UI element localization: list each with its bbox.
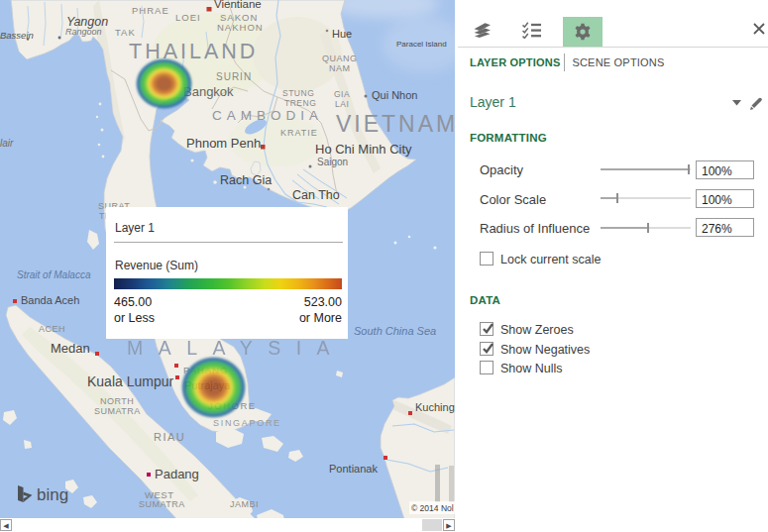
svg-text:lair: lair [0,138,14,149]
svg-text:Rach Gia: Rach Gia [220,173,272,187]
svg-text:Pontianak: Pontianak [329,463,378,475]
svg-text:Padang: Padang [155,467,199,481]
svg-text:Paracel Island: Paracel Island [396,40,447,49]
svg-text:Rangoon: Rangoon [65,27,102,37]
svg-text:SUMATRA: SUMATRA [139,499,185,509]
svg-text:PHRAE: PHRAE [132,5,169,16]
svg-text:South China Sea: South China Sea [354,325,436,337]
svg-text:LAI: LAI [335,99,349,109]
svg-text:CAMBODIA: CAMBODIA [212,108,323,123]
svg-text:Kuala Lumpur: Kuala Lumpur [87,373,174,389]
svg-text:SURIN: SURIN [216,71,252,82]
svg-text:VIETNAM: VIETNAM [336,111,455,137]
svg-text:LOEI: LOEI [175,12,201,23]
svg-text:Vientiane: Vientiane [214,0,262,10]
svg-text:TAK: TAK [115,27,136,38]
svg-text:Can Tho: Can Tho [292,188,340,202]
svg-text:Phnom Penh: Phnom Penh [186,136,261,151]
svg-text:TRENG: TRENG [284,98,316,108]
svg-text:THAILAND: THAILAND [129,40,258,63]
svg-text:QUANG: QUANG [322,53,358,63]
svg-text:STUNG: STUNG [282,88,314,98]
svg-text:Medan: Medan [51,341,90,356]
svg-text:KRATIE: KRATIE [280,128,318,138]
svg-text:NAKHON: NAKHON [217,22,264,33]
svg-text:Saigon: Saigon [317,157,348,167]
svg-text:Kuching: Kuching [415,401,455,413]
svg-text:Strait of Malacca: Strait of Malacca [17,269,91,280]
svg-text:SINGAPORE: SINGAPORE [213,418,281,428]
svg-text:SUMATRA: SUMATRA [94,406,141,416]
svg-text:GIA: GIA [334,89,350,99]
svg-text:NORTH: NORTH [100,396,134,406]
svg-text:Ho Chi Minh City: Ho Chi Minh City [315,142,412,157]
svg-text:MALAYSIA: MALAYSIA [127,337,345,359]
svg-text:Hue: Hue [332,28,352,40]
svg-text:RIAU: RIAU [154,431,185,443]
svg-text:Qui Nhon: Qui Nhon [372,89,417,101]
svg-text:Banda Aceh: Banda Aceh [21,294,79,306]
svg-text:NAM: NAM [329,63,351,73]
svg-text:ACEH: ACEH [39,324,65,334]
svg-text:JAMBI: JAMBI [230,499,259,509]
